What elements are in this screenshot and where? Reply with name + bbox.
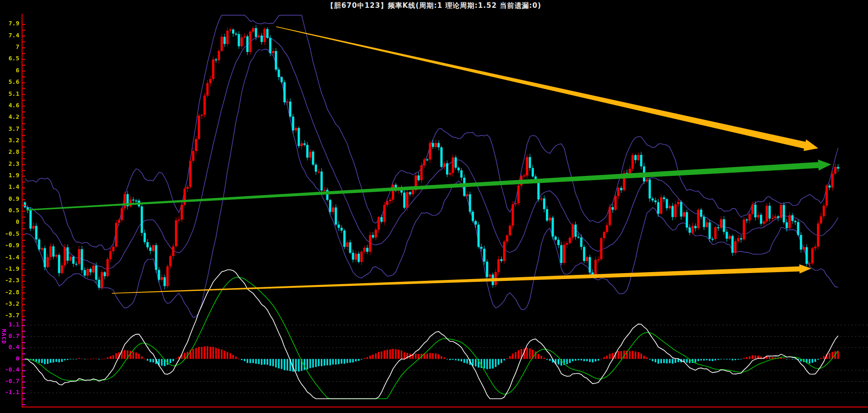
kline-app-window: 【胆670中123】频率K线(周期:1 理论周期:1.52 当前遗漏:0) MA… bbox=[0, 0, 868, 413]
kline-chart-canvas[interactable] bbox=[0, 0, 868, 413]
macd-panel-label: MACD bbox=[0, 326, 7, 348]
